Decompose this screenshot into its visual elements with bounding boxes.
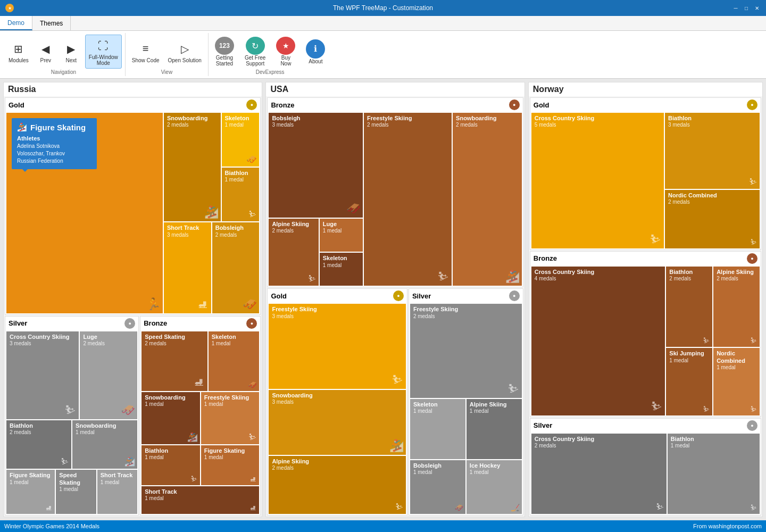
usa-bronze-freestyle-tile[interactable]: Freestyle Skiing 2 medals ⛷ — [364, 113, 452, 286]
russia-bronze-biathlon-tile[interactable]: Biathlon 1 medal ⛷ — [141, 445, 200, 485]
norway-gold-biathlon-tile[interactable]: Biathlon 3 medals ⛷ — [665, 113, 760, 189]
russia-silver-shorttrack-tile[interactable]: Short Track 1 medal — [97, 470, 137, 514]
russia-silver-luge-tile[interactable]: Luge 2 medals 🛷 — [80, 331, 137, 419]
russia-silver-snowboarding-tile[interactable]: Snowboarding 1 medal 🏂 — [72, 420, 137, 469]
norway-bronze-nordic-tile[interactable]: Nordic Combined 1 medal ⛷ — [713, 348, 760, 415]
russia-figure-skating-tile[interactable]: 🏂 Figure Skating Athletes Adelina Sotnik… — [6, 113, 163, 313]
get-free-support-button[interactable]: ↻ Get FreeSupport — [242, 35, 269, 69]
usa-silver-alpine-tile[interactable]: Alpine Skiing 1 medal — [467, 399, 522, 459]
usa-gold-freestyle-tile[interactable]: Freestyle Skiing 3 medals ⛷ — [269, 304, 405, 389]
norway-bronze-skijumping-tile[interactable]: Ski Jumping 1 medal ⛷ — [666, 348, 712, 415]
cross-country4-icon: ⛷ — [656, 502, 664, 512]
tab-themes[interactable]: Themes — [32, 16, 71, 30]
russia-bronze-freestyle-tile[interactable]: Freestyle Skiing 1 medal ⛷ — [201, 392, 260, 444]
usa-section: USA Bronze ● Bobsleigh 3 medals 🛷 — [265, 82, 524, 517]
getting-started-button[interactable]: 123 GettingStarted — [212, 35, 237, 69]
cross-country-icon: ⛷ — [65, 403, 77, 417]
status-bar: Winter Olympic Games 2014 Medals From wa… — [0, 520, 766, 532]
usa-silver-freestyle-tile[interactable]: Freestyle Skiing 2 medals ⛷ — [410, 304, 522, 398]
russia-bronze-snowboarding-tile[interactable]: Snowboarding 1 medal 🏂 — [141, 392, 200, 444]
russia-bronze-skeleton-tile[interactable]: Skeleton 1 medal 🛷 — [209, 331, 260, 391]
russia-gold-bobsleigh-tile[interactable]: Bobsleigh 2 medals 🛷 — [212, 222, 260, 313]
window-controls: ─ □ ✕ — [732, 4, 761, 12]
russia-silver-biathlon-tile[interactable]: Biathlon 2 medals ⛷ — [6, 420, 71, 469]
full-window-button[interactable]: ⛶ Full-WindowMode — [85, 35, 122, 69]
norway-gold-ccs-tile[interactable]: Cross Country Skiing 5 medals ⛷ — [531, 113, 664, 248]
modules-button[interactable]: ⊞ Modules — [5, 35, 32, 69]
usa-bronze-icon: ● — [509, 99, 520, 110]
usa-silver-bobsleigh-tile[interactable]: Bobsleigh 1 medal 🛷 — [410, 460, 465, 514]
prev-icon: ◀ — [37, 40, 54, 57]
usa-bronze-header: Bronze ● — [268, 98, 522, 112]
short-track2-icon: ⛸ — [249, 503, 257, 512]
usa-bronze-bobsleigh-tile[interactable]: Bobsleigh 3 medals 🛷 — [269, 113, 363, 218]
russia-bronze-header: Bronze ● — [140, 317, 260, 330]
norway-bronze-ccs-tile[interactable]: Cross Country Skiing 4 medals ⛷ — [531, 267, 665, 415]
usa-bronze-alpineskiing-tile[interactable]: Alpine Skiing 2 medals ⛷ — [269, 219, 318, 286]
russia-bronze-figureskating-tile[interactable]: Figure Skating 1 medal ⛸ — [201, 445, 260, 485]
usa-silver-icehockey-tile[interactable]: Ice Hockey 1 medal 🏒 — [467, 460, 522, 514]
prev-button[interactable]: ◀ Prev — [34, 35, 57, 69]
about-icon: ℹ — [306, 39, 325, 59]
russia-silver-speedskating-tile[interactable]: Speed Skating 1 medal — [56, 470, 96, 514]
nordic2-icon: ⛷ — [750, 405, 757, 413]
next-button[interactable]: ▶ Next — [60, 35, 83, 69]
tooltip-athletes-label: Athletes — [17, 135, 91, 142]
norway-silver-biathlon-tile[interactable]: Biathlon 1 medal ⛷ — [668, 434, 760, 514]
minimize-icon[interactable]: ─ — [732, 4, 739, 12]
skeleton2-icon: 🛷 — [248, 380, 257, 389]
modules-label: Modules — [9, 57, 29, 63]
russia-gold-snowboarding-tile[interactable]: Snowboarding 2 medals 🏂 — [164, 113, 221, 221]
usa-bronze-snowboarding-tile[interactable]: Snowboarding 2 medals 🏂 — [453, 113, 522, 286]
modules-icon: ⊞ — [10, 40, 27, 57]
norway-bronze-biathlon-tile[interactable]: Biathlon 2 medals ⛷ — [666, 267, 712, 347]
close-icon[interactable]: ✕ — [753, 4, 761, 12]
norway-treemap: Gold ● Cross Country Skiing 5 medals ⛷ B… — [529, 96, 762, 517]
usa-bronze-luge-tile[interactable]: Luge 1 medal — [320, 219, 363, 252]
usa-silver-skeleton-tile[interactable]: Skeleton 1 medal — [410, 399, 465, 459]
usa-gold-snowboarding-tile[interactable]: Snowboarding 3 medals 🏂 — [269, 390, 405, 454]
freestyle3-icon: ⛷ — [392, 373, 404, 387]
devexpress-group-label: DevExpress — [256, 69, 285, 75]
next-icon: ▶ — [63, 40, 80, 57]
cross-country3-icon: ⛷ — [651, 400, 663, 413]
bobsleigh2-icon: 🛷 — [346, 202, 361, 215]
restore-icon[interactable]: □ — [743, 4, 750, 12]
russia-gold-biathlon-tile[interactable]: Biathlon 1 medal ⛷ — [222, 168, 260, 221]
buy-now-button[interactable]: ★ BuyNow — [273, 35, 298, 69]
norway-silver-label: Silver — [534, 421, 552, 429]
russia-gold-skeleton-tile[interactable]: Skeleton 1 medal 🛷 — [222, 113, 260, 167]
russia-gold-shorttrack-tile[interactable]: Short Track 3 medals ⛸ — [164, 222, 211, 313]
about-button[interactable]: ℹ About — [303, 35, 328, 69]
main-content: Russia Gold ● 🏂 Figure Skating — [0, 79, 766, 520]
prev-label: Prev — [40, 57, 52, 63]
figure-skating2-icon: ⛸ — [45, 503, 53, 512]
snowboard5-icon: 🏂 — [389, 439, 404, 453]
usa-gold-label: Gold — [271, 292, 287, 300]
russia-bronze-speedskating-tile[interactable]: Speed Skating 2 medals ⛸ — [141, 331, 207, 391]
norway-gold-nordic-tile[interactable]: Nordic Combined 2 medals ⛷ — [665, 190, 760, 248]
tooltip-sport-icon: 🏂 — [17, 122, 27, 132]
russia-silver-label: Silver — [9, 319, 27, 327]
view-group-label: View — [161, 69, 173, 75]
tab-demo[interactable]: Demo — [0, 16, 32, 30]
usa-treemap: Bronze ● Bobsleigh 3 medals 🛷 Alpine Ski… — [266, 96, 524, 517]
russia-silver-header: Silver ● — [5, 317, 138, 330]
freestyle-icon: ⛷ — [248, 433, 257, 442]
usa-bronze-skeleton-tile[interactable]: Skeleton 1 medal — [320, 253, 363, 286]
usa-silver-icon: ● — [509, 290, 520, 301]
norway-bronze-alpine-tile[interactable]: Alpine Skiing 2 medals ⛷ — [713, 267, 760, 347]
russia-bronze-label: Bronze — [144, 319, 167, 327]
open-solution-button[interactable]: ▷ Open Solution — [165, 35, 205, 69]
freestyle4-icon: ⛷ — [508, 382, 520, 396]
russia-bronze-shorttrack-tile[interactable]: Short Track 1 medal ⛸ — [141, 486, 259, 514]
norway-silver-ccs-tile[interactable]: Cross Country Skiing 2 medals ⛷ — [531, 434, 667, 514]
usa-gold-alpineskiing-tile[interactable]: Alpine Skiing 2 medals ⛷ — [269, 456, 405, 514]
russia-silver-ccs-tile[interactable]: Cross Country Skiing 3 medals ⛷ — [6, 331, 79, 419]
bobsleigh3-icon: 🛷 — [454, 503, 463, 512]
show-code-button[interactable]: ≡ Show Code — [129, 35, 163, 69]
ribbon-group-devexpress: 123 GettingStarted ↻ Get FreeSupport ★ B… — [209, 33, 331, 76]
biathlon4-icon: ⛷ — [749, 177, 757, 187]
russia-silver-figureskating-tile[interactable]: Figure Skating 1 medal ⛸ — [6, 470, 55, 514]
biathlon3-icon: ⛷ — [190, 475, 198, 483]
